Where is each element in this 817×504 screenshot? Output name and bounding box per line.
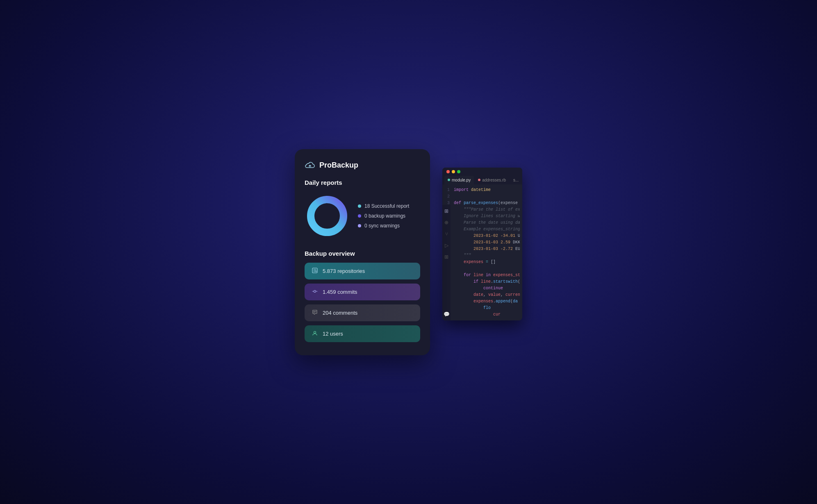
vscode-editor: ⊞ ⊕ ⑂ ▷ ⊞ 💬 1234567891011121314151617181…: [442, 184, 522, 320]
extensions-icon[interactable]: ⊞: [444, 254, 448, 260]
vscode-titlebar: [442, 168, 522, 176]
legend-dot-successful: [358, 204, 361, 208]
code-line-10: 2023-01-03 -2.72 EU: [454, 246, 520, 252]
legend-label-backup: 0 backup warnings: [364, 213, 405, 219]
app-title: ProBackup: [319, 161, 358, 170]
legend-dot-sync: [358, 224, 361, 227]
code-line-19: flo: [454, 305, 520, 311]
legend-item-sync: 0 sync warnings: [358, 223, 409, 229]
legend-dot-backup: [358, 214, 361, 218]
comments-item[interactable]: 204 comments: [305, 304, 420, 321]
cloud-icon: [305, 161, 315, 170]
repositories-item[interactable]: 5.873 repositories: [305, 263, 420, 279]
tab-label-module: module.py: [452, 178, 471, 182]
explorer-icon[interactable]: ⊞: [444, 208, 448, 214]
legend-item-backup: 0 backup warnings: [358, 213, 409, 219]
vscode-tabs: module.py addresses.rb s...: [442, 176, 522, 184]
code-line-1: import datetime: [454, 187, 520, 193]
tab-dot-py: [448, 179, 450, 181]
code-line-8: 2023-01-02 -34.01 U: [454, 233, 520, 239]
code-line-13: [454, 266, 520, 272]
tab-addresses-rb[interactable]: addresses.rb: [475, 176, 509, 184]
code-line-6: Parse the date using da: [454, 220, 520, 226]
code-line-11: """: [454, 252, 520, 259]
commits-icon: [311, 288, 319, 295]
tab-label-addresses: addresses.rb: [482, 178, 506, 182]
chart-legend: 18 Successful report 0 backup warnings 0…: [358, 203, 409, 229]
donut-chart: [305, 193, 350, 238]
legend-label-successful: 18 Successful report: [364, 203, 409, 209]
overview-title: Backup overview: [305, 250, 420, 257]
code-line-4: """Parse the list of ex: [454, 207, 520, 213]
svg-point-1: [311, 200, 344, 232]
code-line-9: 2023-01-03 2.59 DKK: [454, 239, 520, 246]
comments-icon: [311, 309, 319, 316]
traffic-light-yellow[interactable]: [452, 170, 455, 173]
debug-icon[interactable]: ▷: [445, 243, 448, 248]
code-line-2: [454, 193, 520, 200]
probackup-card: ProBackup Daily reports: [295, 149, 430, 355]
code-line-16: continue: [454, 285, 520, 292]
tab-other[interactable]: s...: [510, 176, 522, 184]
code-line-3: def parse_expenses(expense: [454, 200, 520, 207]
code-line-18: expenses.append(da: [454, 298, 520, 305]
tab-module-py[interactable]: module.py: [444, 176, 474, 184]
commits-label: 1.459 commits: [323, 289, 357, 295]
card-header: ProBackup: [305, 161, 420, 170]
code-line-14: for line in expenses_st: [454, 272, 520, 279]
code-line-15: if line.startswith(: [454, 279, 520, 285]
legend-item-successful: 18 Successful report: [358, 203, 409, 209]
vscode-sidebar: ⊞ ⊕ ⑂ ▷ ⊞ 💬: [442, 205, 451, 320]
users-item[interactable]: 12 users: [305, 325, 420, 342]
chart-section: 18 Successful report 0 backup warnings 0…: [305, 193, 420, 238]
comments-label: 204 comments: [323, 310, 357, 316]
vscode-panel: module.py addresses.rb s... ⊞ ⊕ ⑂ ▷ ⊞ 💬: [442, 168, 522, 320]
tab-dot-rb: [478, 179, 480, 181]
svg-point-4: [314, 331, 316, 333]
code-line-17: date, value, curren: [454, 292, 520, 298]
svg-point-3: [314, 290, 316, 292]
traffic-light-red[interactable]: [446, 170, 450, 173]
search-icon[interactable]: ⊕: [444, 220, 448, 225]
users-label: 12 users: [323, 331, 343, 337]
code-line-20: cur: [454, 311, 520, 318]
daily-reports-title: Daily reports: [305, 179, 420, 186]
users-icon: [311, 330, 319, 337]
commits-item[interactable]: 1.459 commits: [305, 284, 420, 300]
overview-items: 5.873 repositories 1.459 commits: [305, 263, 420, 342]
code-editor[interactable]: import datetime def parse_expenses(expen…: [451, 184, 522, 320]
repositories-label: 5.873 repositories: [323, 268, 365, 274]
repositories-icon: [311, 268, 319, 275]
code-line-7: Example expenses_string: [454, 226, 520, 233]
traffic-light-green[interactable]: [457, 170, 460, 173]
scene: ProBackup Daily reports: [295, 149, 522, 355]
code-line-5: Ignore lines starting w: [454, 213, 520, 220]
code-line-12: expenses = []: [454, 259, 520, 266]
legend-label-sync: 0 sync warnings: [364, 223, 400, 229]
source-control-icon[interactable]: ⑂: [445, 231, 448, 237]
tab-label-other: s...: [513, 178, 519, 182]
chat-icon[interactable]: 💬: [444, 311, 450, 317]
